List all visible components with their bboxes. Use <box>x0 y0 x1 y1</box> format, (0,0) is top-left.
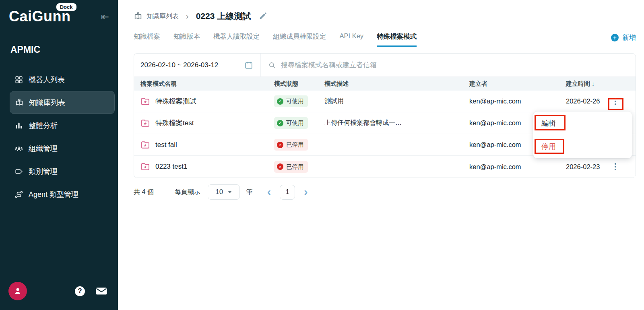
folder-star-icon <box>140 97 150 106</box>
chevron-right-icon: › <box>186 12 189 21</box>
knowledge-book-icon <box>134 12 142 21</box>
tab-api-key[interactable]: API Key <box>340 32 364 47</box>
person-icon <box>13 286 23 296</box>
sidebar-collapse-icon[interactable]: ⇤ <box>101 12 109 22</box>
per-page-select[interactable]: 10 <box>208 184 240 200</box>
table-filters: 2026-02-10 ~ 2026-03-12 <box>134 54 636 77</box>
sidebar-item-category[interactable]: 類別管理 <box>0 160 115 183</box>
add-button-label: 新增 <box>622 33 636 42</box>
tab-member-permissions[interactable]: 組織成員權限設定 <box>273 32 326 47</box>
edit-title-pencil-icon[interactable] <box>259 12 267 20</box>
pagination: 共 4 個 每頁顯示 10 筆 ‹ 1 › <box>134 184 636 200</box>
tab-bot-read-settings[interactable]: 機器人讀取設定 <box>213 32 260 47</box>
table-row: 0223 test1 ×已停用 ken@ap-mic.com 2026-02-2… <box>134 156 636 178</box>
help-icon[interactable]: ? <box>75 286 85 296</box>
next-page-icon[interactable]: › <box>304 186 308 198</box>
per-page-value: 10 <box>215 188 223 196</box>
tab-knowledge-versions[interactable]: 知識版本 <box>173 32 200 47</box>
file-mode-description: 測試用 <box>318 97 463 105</box>
menu-item-edit[interactable]: 編輯 <box>533 112 632 135</box>
column-header-created-at[interactable]: 建立時間↓ <box>559 80 606 88</box>
sidebar-item-robot-list[interactable]: 機器人列表 <box>0 68 115 91</box>
date-range-picker[interactable]: 2026-02-10 ~ 2026-03-12 <box>134 54 261 76</box>
prev-page-icon[interactable]: ‹ <box>267 186 271 198</box>
org-name: APMIC <box>0 44 118 55</box>
row-context-menu: 編輯 停用 <box>533 112 632 158</box>
sidebar-nav: 機器人列表 知識庫列表 整體分析 組織管理 類別管理 <box>0 68 118 206</box>
folder-star-icon <box>140 162 150 172</box>
column-header-creator: 建立者 <box>463 80 559 88</box>
file-mode-name: 0223 test1 <box>155 163 187 171</box>
column-header-description: 模式描述 <box>318 80 463 88</box>
cross-circle-icon: × <box>277 163 283 170</box>
kebab-menu-icon[interactable] <box>606 163 636 170</box>
grid-icon <box>14 75 23 84</box>
kebab-menu-icon[interactable] <box>606 98 636 105</box>
sidebar-item-analytics[interactable]: 整體分析 <box>0 114 115 137</box>
check-circle-icon: ✓ <box>277 120 283 126</box>
search-input[interactable] <box>281 61 628 69</box>
page-title: 0223 上線測試 <box>196 10 251 22</box>
app-logo[interactable]: CaiGunn Dock <box>9 8 71 25</box>
search-box <box>261 54 636 76</box>
sidebar-item-label: 知識庫列表 <box>29 98 65 107</box>
menu-item-disable[interactable]: 停用 <box>533 135 632 159</box>
plus-icon: + <box>611 34 619 41</box>
folder-star-icon <box>140 140 150 150</box>
tabs-bar: 知識檔案 知識版本 機器人讀取設定 組織成員權限設定 API Key 特殊檔案模… <box>134 32 636 47</box>
creator-email: ken@ap-mic.com <box>463 163 559 171</box>
sidebar-item-label: 組織管理 <box>29 144 58 153</box>
add-button[interactable]: + 新增 <box>611 33 636 42</box>
folder-star-icon <box>140 118 150 128</box>
tag-icon <box>14 167 23 176</box>
sort-desc-icon: ↓ <box>592 81 594 87</box>
sidebar-item-organization[interactable]: 組織管理 <box>0 137 115 160</box>
sidebar-item-label: 類別管理 <box>29 167 58 176</box>
sidebar-item-knowledge-list[interactable]: 知識庫列表 <box>10 91 115 114</box>
sidebar-item-label: 機器人列表 <box>29 75 65 85</box>
sidebar-item-label: 整體分析 <box>29 121 58 130</box>
tab-knowledge-files[interactable]: 知識檔案 <box>134 32 160 47</box>
per-page-unit: 筆 <box>246 188 253 196</box>
current-page[interactable]: 1 <box>280 185 295 200</box>
status-badge: ✓可使用 <box>274 117 308 129</box>
column-header-name: 檔案模式名稱 <box>134 80 268 88</box>
per-page-label: 每頁顯示 <box>175 188 200 196</box>
status-badge: ×已停用 <box>274 161 308 173</box>
file-mode-name: 特殊檔案測試 <box>155 97 196 106</box>
column-header-status: 模式狀態 <box>268 80 318 88</box>
people-icon <box>14 144 23 153</box>
table-row: 特殊檔案測試 ✓可使用 測試用 ken@ap-mic.com 2026-02-2… <box>134 91 636 112</box>
total-count: 共 4 個 <box>134 188 154 196</box>
file-mode-name: 特殊檔案test <box>155 118 194 128</box>
flow-icon <box>14 190 23 199</box>
tab-special-file-mode[interactable]: 特殊檔案模式 <box>377 32 417 47</box>
dock-badge: Dock <box>56 3 76 11</box>
bar-chart-icon <box>14 121 23 130</box>
file-mode-name: test fail <box>155 141 177 149</box>
mail-icon[interactable] <box>95 286 107 296</box>
breadcrumb-parent[interactable]: 知識庫列表 <box>147 12 179 21</box>
user-avatar[interactable] <box>8 282 27 300</box>
sidebar-item-agent-types[interactable]: Agent 類型管理 <box>0 183 115 206</box>
file-mode-description: 上傳任何檔案都會轉成一… <box>318 119 463 127</box>
breadcrumb: 知識庫列表 › 0223 上線測試 <box>134 10 636 23</box>
search-icon <box>268 61 276 69</box>
status-badge: ×已停用 <box>274 139 308 151</box>
check-circle-icon: ✓ <box>277 98 283 105</box>
sidebar: CaiGunn Dock ⇤ APMIC 機器人列表 知識庫列表 整體分析 <box>0 0 118 310</box>
date-range-value: 2026-02-10 ~ 2026-03-12 <box>140 61 218 69</box>
table-header: 檔案模式名稱 模式狀態 模式描述 建立者 建立時間↓ <box>134 77 636 91</box>
created-at: 2026-02-23 <box>559 163 606 171</box>
creator-email: ken@ap-mic.com <box>463 97 559 105</box>
status-badge: ✓可使用 <box>274 95 308 107</box>
knowledge-book-icon <box>15 98 24 107</box>
created-at: 2026-02-26 <box>559 97 606 105</box>
chevron-down-icon <box>228 191 232 193</box>
cross-circle-icon: × <box>277 142 283 148</box>
sidebar-item-label: Agent 類型管理 <box>29 190 78 199</box>
calendar-icon <box>244 61 253 70</box>
